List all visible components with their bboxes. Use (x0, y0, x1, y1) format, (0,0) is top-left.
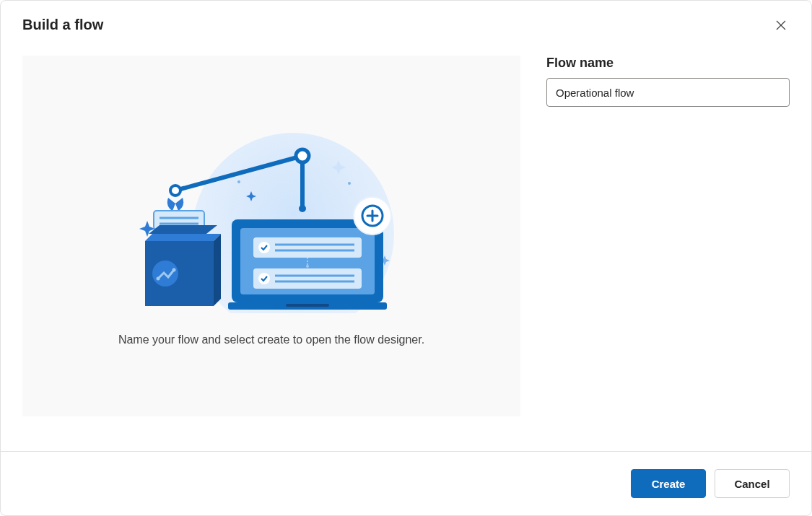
close-icon (775, 19, 787, 31)
close-button[interactable] (772, 17, 790, 34)
svg-marker-16 (149, 225, 217, 234)
dialog-footer: Create Cancel (1, 451, 811, 515)
svg-point-18 (157, 277, 160, 281)
svg-point-31 (258, 273, 270, 284)
svg-point-9 (170, 185, 180, 196)
illustration-pane: Name your flow and select create to open… (22, 56, 520, 416)
build-flow-dialog: Build a flow (0, 0, 812, 516)
svg-rect-23 (286, 304, 329, 307)
svg-marker-15 (214, 234, 221, 306)
cancel-button[interactable]: Cancel (715, 469, 790, 498)
dialog-body: Name your flow and select create to open… (1, 34, 811, 451)
flow-name-input[interactable] (546, 78, 790, 107)
illustration-caption: Name your flow and select create to open… (118, 333, 424, 346)
svg-point-4 (237, 180, 240, 183)
dialog-title: Build a flow (22, 17, 103, 33)
svg-point-19 (173, 268, 176, 272)
dialog-header: Build a flow (1, 1, 811, 34)
svg-point-3 (348, 182, 351, 185)
svg-point-29 (306, 265, 309, 268)
flow-name-label: Flow name (546, 56, 790, 71)
svg-point-8 (299, 205, 306, 212)
create-button[interactable]: Create (631, 469, 706, 498)
svg-marker-14 (145, 234, 221, 241)
svg-point-25 (258, 242, 270, 253)
flow-illustration (116, 126, 427, 313)
svg-point-6 (296, 149, 309, 162)
form-pane: Flow name (546, 56, 790, 451)
